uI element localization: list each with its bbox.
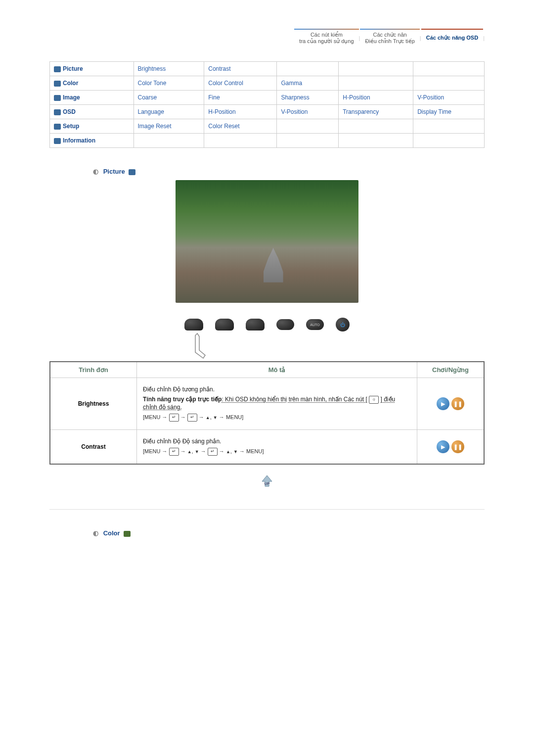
menu-row-label: Color xyxy=(63,80,78,87)
bullet-icon: ◐ xyxy=(93,529,98,537)
row-brightness-desc: Điều chỉnh Độ tương phản. Tính năng truy… xyxy=(137,378,417,430)
menu-cell[interactable]: V-Position xyxy=(413,91,485,105)
desc-text: Tính năng truy cập trực tiếp: Khi OSD kh… xyxy=(143,396,411,411)
color-icon xyxy=(124,531,131,537)
play-button[interactable]: ▶ xyxy=(437,397,449,410)
picture-icon xyxy=(129,169,135,175)
menu-row-label: Information xyxy=(63,137,95,144)
description-table: Trình đơn Mô tả Chơi/Ngừng Brightness Đi… xyxy=(49,361,485,465)
up-arrow-icon xyxy=(187,448,192,454)
menu-sequence: [MENU → → , → → , → MENU] xyxy=(143,448,411,456)
menu-cell xyxy=(413,76,485,91)
row-brightness-name: Brightness xyxy=(50,378,137,430)
pointing-hand-icon xyxy=(185,331,215,360)
menu-cell xyxy=(134,134,204,148)
menu-row-label: Setup xyxy=(63,123,79,130)
down-arrow-icon xyxy=(195,448,199,454)
menu-cell[interactable]: Sharpness xyxy=(277,91,339,105)
down-arrow-icon xyxy=(233,448,238,454)
menu-cell[interactable]: Color Control xyxy=(204,76,277,91)
tab-user-controls[interactable]: Các nút kiểm tra của người sử dụng xyxy=(294,30,358,47)
menu-row-header[interactable]: Image xyxy=(50,91,134,105)
svg-text:UP: UP xyxy=(264,481,270,486)
menu-cell[interactable]: H-Position xyxy=(204,105,277,119)
menu-row-icon xyxy=(54,109,61,115)
desc-header-play: Chơi/Ngừng xyxy=(417,362,485,378)
row-contrast-desc: Điều chỉnh Độ Độ sáng phản. [MENU → → , … xyxy=(137,430,417,465)
osd-menu-table: PictureBrightnessContrastColorColor Tone… xyxy=(49,61,485,148)
menu-row-header[interactable]: Information xyxy=(50,134,134,148)
enter-icon xyxy=(169,448,179,456)
menu-cell[interactable]: Color Reset xyxy=(204,119,277,134)
section-divider xyxy=(49,509,485,510)
row-contrast-play: ▶ ❚❚ xyxy=(417,430,485,465)
section-label: Color xyxy=(103,529,120,537)
menu-row-icon xyxy=(54,124,61,130)
pause-button[interactable]: ❚❚ xyxy=(451,397,464,410)
hw-button-adjust-up[interactable] xyxy=(246,319,265,331)
menu-cell[interactable]: Brightness xyxy=(134,62,204,76)
menu-cell xyxy=(413,119,485,134)
menu-row-header[interactable]: Setup xyxy=(50,119,134,134)
hw-button-menu[interactable] xyxy=(184,319,203,331)
hw-button-auto[interactable]: AUTO xyxy=(306,319,324,330)
pause-button[interactable]: ❚❚ xyxy=(451,440,464,453)
menu-row-header[interactable]: Color xyxy=(50,76,134,91)
menu-cell[interactable]: Gamma xyxy=(277,76,339,91)
menu-cell[interactable]: Contrast xyxy=(204,62,277,76)
menu-cell[interactable]: Color Tone xyxy=(134,76,204,91)
menu-cell[interactable]: Coarse xyxy=(134,91,204,105)
tab-label: Các chức năng OSD xyxy=(426,32,478,41)
menu-cell xyxy=(339,62,413,76)
tab-label: tra của người sử dụng xyxy=(299,38,354,45)
menu-row-label: Picture xyxy=(63,65,83,72)
tab-osd-functions[interactable]: Các chức năng OSD xyxy=(421,30,483,47)
enter-icon xyxy=(187,414,197,422)
section-color-title: ◐ Color xyxy=(93,529,534,537)
hardware-button-row: AUTO ⏻ xyxy=(176,318,358,331)
row-brightness-play: ▶ ❚❚ xyxy=(417,378,485,430)
enter-icon xyxy=(169,414,179,422)
desc-header-desc: Mô tả xyxy=(137,362,417,378)
menu-row-icon xyxy=(54,95,61,101)
section-picture-title: ◐ Picture xyxy=(93,168,534,175)
scroll-up-button[interactable]: UP xyxy=(257,474,277,489)
desc-text: Điều chỉnh Độ Độ sáng phản. xyxy=(143,438,411,445)
hw-button-enter[interactable] xyxy=(276,319,294,330)
picture-preview-image xyxy=(176,180,358,303)
play-button[interactable]: ▶ xyxy=(437,440,449,453)
menu-cell[interactable]: Transparency xyxy=(339,105,413,119)
menu-row-header[interactable]: OSD xyxy=(50,105,134,119)
hw-button-adjust-down[interactable] xyxy=(215,319,234,331)
menu-cell[interactable]: V-Position xyxy=(277,105,339,119)
up-arrow-icon xyxy=(206,414,210,420)
bullet-icon: ◐ xyxy=(93,168,98,175)
down-arrow-icon xyxy=(213,414,218,420)
menu-row-label: Image xyxy=(63,94,80,101)
tab-direct-functions[interactable]: Các chức năn Điều chỉnh Trực tiếp xyxy=(360,30,419,47)
menu-row-icon xyxy=(54,66,61,72)
brightness-sun-icon xyxy=(369,396,379,404)
tab-separator: | xyxy=(483,35,485,41)
menu-cell xyxy=(339,134,413,148)
menu-cell[interactable]: Image Reset xyxy=(134,119,204,134)
hw-button-power[interactable]: ⏻ xyxy=(336,318,350,331)
tab-label: Điều chỉnh Trực tiếp xyxy=(365,38,414,45)
tab-label: Các nút kiểm xyxy=(299,32,354,38)
tab-label: Các chức năn xyxy=(365,32,414,38)
menu-cell xyxy=(339,119,413,134)
menu-cell[interactable]: Fine xyxy=(204,91,277,105)
menu-row-label: OSD xyxy=(63,108,76,115)
menu-sequence: [MENU → → → , → MENU] xyxy=(143,414,411,422)
menu-row-header[interactable]: Picture xyxy=(50,62,134,76)
menu-cell xyxy=(277,119,339,134)
menu-cell[interactable]: Language xyxy=(134,105,204,119)
menu-cell xyxy=(277,134,339,148)
menu-cell[interactable]: H-Position xyxy=(339,91,413,105)
menu-cell xyxy=(277,62,339,76)
menu-cell[interactable]: Display Time xyxy=(413,105,485,119)
desc-header-menu: Trình đơn xyxy=(50,362,137,378)
menu-cell xyxy=(339,76,413,91)
row-contrast-name: Contrast xyxy=(50,430,137,465)
up-arrow-icon xyxy=(226,448,230,454)
